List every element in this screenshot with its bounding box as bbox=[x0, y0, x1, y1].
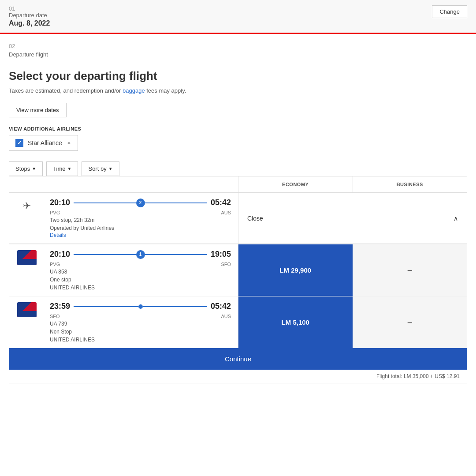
chevron-up-icon: ∧ bbox=[454, 215, 458, 222]
subflight-2-timing-row: 23:59 05:42 bbox=[50, 302, 231, 311]
arrival-time: 05:42 bbox=[211, 198, 231, 207]
step-02-section: 02 Departure flight bbox=[0, 34, 476, 69]
departure-flight-label: Departure flight bbox=[9, 51, 467, 58]
ua-logo-1 bbox=[16, 250, 37, 266]
sf1-stop-dot: 1 bbox=[136, 250, 145, 259]
time-dropdown-arrow: ▼ bbox=[67, 166, 72, 171]
time-filter-button[interactable]: Time ▼ bbox=[46, 161, 78, 176]
subflight-1-timing-row: 20:10 1 19:05 bbox=[50, 250, 231, 259]
departure-date-label: Departure date bbox=[9, 12, 50, 19]
subflight-2-info: 23:59 05:42 SFO AUS UA 739 Non Stop bbox=[9, 296, 238, 348]
sort-by-filter-button[interactable]: Sort by ▼ bbox=[82, 161, 119, 176]
sf2-flight-number: UA 739 bbox=[50, 321, 231, 327]
subflight-1-line: 1 bbox=[74, 250, 207, 259]
departure-date-value: Aug. 8, 2022 bbox=[9, 19, 50, 27]
flight-timing: 20:10 2 05:42 PVG AUS Two stop, 22h 32m … bbox=[50, 198, 231, 238]
ua-logo-2 bbox=[16, 302, 37, 318]
sf1-arr-airport: SFO bbox=[221, 262, 231, 267]
sort-by-label: Sort by bbox=[88, 165, 106, 172]
departure-airport: PVG bbox=[50, 210, 60, 215]
star-alliance-checkbox-icon bbox=[15, 139, 23, 147]
subflight-2-row: 23:59 05:42 SFO AUS UA 739 Non Stop bbox=[9, 296, 467, 348]
details-link[interactable]: Details bbox=[50, 232, 66, 238]
airline-logo: ✈ bbox=[16, 198, 37, 214]
sf1-left-line bbox=[74, 254, 140, 255]
stops-filter-button[interactable]: Stops ▼ bbox=[9, 161, 43, 176]
sf1-flight-number: UA 858 bbox=[50, 269, 231, 275]
stops-dropdown-arrow: ▼ bbox=[32, 166, 36, 171]
subflight-1-departure: 20:10 bbox=[50, 250, 70, 259]
sf1-business-price-value: – bbox=[408, 266, 412, 275]
united-airlines-logo-1 bbox=[17, 250, 37, 265]
sf1-stops: One stop bbox=[50, 277, 231, 283]
sf2-business-price[interactable]: – bbox=[353, 296, 467, 348]
main-content: Select your departing flight Taxes are e… bbox=[0, 69, 476, 383]
sf2-stops: Non Stop bbox=[50, 329, 231, 335]
sort-by-dropdown-arrow: ▼ bbox=[108, 166, 113, 171]
step-01-bar: 01 Departure date Aug. 8, 2022 Change bbox=[0, 0, 476, 34]
close-cell[interactable]: Close ∧ bbox=[238, 193, 467, 244]
continue-button[interactable]: Continue bbox=[9, 348, 467, 370]
flight-col-header bbox=[9, 176, 238, 192]
star-alliance-text: Star Alliance bbox=[28, 139, 62, 146]
subflight-2-timing: 23:59 05:42 SFO AUS UA 739 Non Stop bbox=[50, 302, 231, 343]
subflight-2-departure: 23:59 bbox=[50, 302, 70, 311]
table-header: ECONOMY BUSINESS bbox=[9, 176, 467, 193]
flight-table: ECONOMY BUSINESS ✈ 20:10 2 bbox=[9, 176, 467, 383]
flight-total: Flight total: LM 35,000 + US$ 12.91 bbox=[9, 370, 467, 383]
sf2-left-line bbox=[74, 306, 138, 307]
subflight-1-info: 20:10 1 19:05 PVG SFO UA 858 One stop bbox=[9, 244, 238, 296]
star-alliance-checkbox[interactable]: Star Alliance ✦ bbox=[9, 135, 78, 151]
sf2-arr-airport: AUS bbox=[221, 314, 231, 319]
subflight-2-line bbox=[74, 302, 207, 311]
flight-line: 2 bbox=[74, 199, 207, 207]
right-line bbox=[141, 202, 207, 203]
sf2-airline: UNITED AIRLINES bbox=[50, 337, 231, 343]
sf2-dep-airport: SFO bbox=[50, 314, 60, 319]
baggage-link[interactable]: baggage bbox=[123, 87, 145, 94]
business-col-header: BUSINESS bbox=[353, 176, 467, 192]
economy-col-header: ECONOMY bbox=[238, 176, 353, 192]
subtitle: Taxes are estimated, and redemption and/… bbox=[9, 87, 467, 94]
change-button[interactable]: Change bbox=[432, 5, 467, 18]
arrival-airport: AUS bbox=[221, 210, 231, 215]
sf1-economy-price[interactable]: LM 29,900 bbox=[238, 244, 353, 296]
united-airlines-logo-2 bbox=[17, 302, 37, 317]
timing-row: 20:10 2 05:42 bbox=[50, 198, 231, 207]
subtitle-end: fees may apply. bbox=[146, 87, 186, 94]
step-02-number: 02 bbox=[9, 43, 467, 49]
subflight-1-arrival: 19:05 bbox=[211, 250, 231, 259]
page-title: Select your departing flight bbox=[9, 69, 467, 83]
view-more-dates-button[interactable]: View more dates bbox=[9, 103, 67, 117]
sf2-economy-price-value: LM 5,100 bbox=[282, 319, 309, 326]
flight-stops-duration: Two stop, 22h 32m bbox=[50, 217, 231, 223]
stop-dot: 2 bbox=[136, 199, 145, 207]
subflight-1-timing: 20:10 1 19:05 PVG SFO UA 858 One stop bbox=[50, 250, 231, 291]
filters-row: Stops ▼ Time ▼ Sort by ▼ bbox=[9, 161, 467, 176]
close-text: Close bbox=[247, 215, 263, 222]
step-01-number: 01 bbox=[9, 5, 50, 12]
subflight-1-row: 20:10 1 19:05 PVG SFO UA 858 One stop bbox=[9, 244, 467, 296]
sf2-mid-dot bbox=[138, 304, 143, 309]
sf2-right-line bbox=[143, 306, 207, 307]
subtitle-text: Taxes are estimated, and redemption and/… bbox=[9, 87, 121, 94]
subflight-2-arrival: 05:42 bbox=[211, 302, 231, 311]
sf1-economy-price-value: LM 29,900 bbox=[279, 266, 311, 274]
sf1-business-price[interactable]: – bbox=[353, 244, 467, 296]
sf2-economy-price[interactable]: LM 5,100 bbox=[238, 296, 353, 348]
main-flight-info: ✈ 20:10 2 05:42 PVG AUS bbox=[9, 193, 238, 244]
plane-icon: ✈ bbox=[23, 200, 31, 212]
star-icon: ✦ bbox=[67, 140, 71, 146]
stops-label: Stops bbox=[15, 165, 30, 172]
departure-time: 20:10 bbox=[50, 198, 70, 207]
additional-airlines-label: VIEW ADDITIONAL AIRLINES bbox=[9, 126, 467, 131]
step-01-info: 01 Departure date Aug. 8, 2022 bbox=[9, 5, 50, 27]
sf2-business-price-value: – bbox=[408, 318, 412, 327]
time-label: Time bbox=[53, 165, 65, 172]
main-flight-row: ✈ 20:10 2 05:42 PVG AUS bbox=[9, 193, 467, 244]
left-line bbox=[74, 202, 140, 203]
sf1-dep-airport: PVG bbox=[50, 262, 60, 267]
sf1-airline: UNITED AIRLINES bbox=[50, 285, 231, 291]
sf1-right-line bbox=[141, 254, 207, 255]
flight-operator: Operated by United Airlines bbox=[50, 225, 231, 231]
